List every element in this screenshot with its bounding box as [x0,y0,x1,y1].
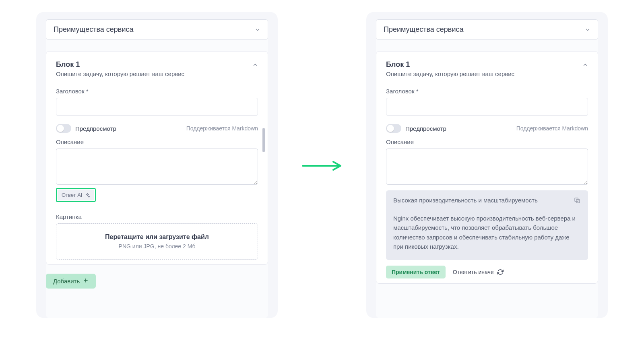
block-card: Блок 1 Опишите задачу, которую решает ва… [376,51,598,284]
block-subtitle: Опишите задачу, которую решает ваш серви… [386,70,514,77]
preview-toggle-label: Предпросмотр [405,125,446,132]
chevron-up-icon[interactable] [582,62,588,68]
section-dropdown-label: Преимущества сервиса [54,25,133,34]
heading-label: Заголовок * [386,88,588,95]
transition-arrow [302,161,342,171]
right-panel: Преимущества сервиса Блок 1 Опишите зада… [366,12,608,318]
block-subtitle: Опишите задачу, которую решает ваш серви… [56,70,184,77]
file-dropzone[interactable]: Перетащите или загрузите файл PNG или JP… [56,223,258,260]
dropzone-subtitle: PNG или JPG, не более 2 Мб [63,243,251,250]
chevron-down-icon [585,27,590,33]
ai-response-title: Высокая производительность и масштабируе… [393,197,538,204]
block-card: Блок 1 Опишите задачу, которую решает ва… [46,51,268,265]
ai-answer-button-label: Ответ AI [62,192,82,198]
description-textarea[interactable] [386,148,588,185]
left-panel: Преимущества сервиса Блок 1 Опишите зада… [36,12,278,318]
chevron-down-icon [255,27,260,33]
sparkle-icon [85,192,90,198]
ai-button-highlight: Ответ AI [56,188,96,202]
copy-icon[interactable] [574,197,581,204]
retry-answer-button[interactable]: Ответить иначе [453,269,504,275]
section-dropdown-label: Преимущества сервиса [384,25,463,34]
section-dropdown[interactable]: Преимущества сервиса [46,19,268,40]
ai-response-box: Высокая производительность и масштабируе… [386,190,588,260]
apply-answer-button[interactable]: Применить ответ [386,266,446,278]
add-button-label: Добавить [53,278,80,285]
image-label: Картинка [56,213,258,220]
chevron-up-icon[interactable] [252,62,258,68]
plus-icon [83,278,89,285]
markdown-hint: Поддерживается Markdown [186,125,258,132]
preview-toggle[interactable] [56,124,71,133]
retry-answer-label: Ответить иначе [453,269,494,275]
section-dropdown[interactable]: Преимущества сервиса [376,19,598,40]
description-label: Описание [56,138,258,145]
heading-input[interactable] [386,98,588,116]
dropzone-title: Перетащите или загрузите файл [63,233,251,241]
block-title: Блок 1 [56,60,184,69]
heading-input[interactable] [56,98,258,116]
ai-response-body: Nginx обеспечивает высокую производитель… [393,214,581,251]
markdown-hint: Поддерживается Markdown [516,125,588,132]
add-block-button[interactable]: Добавить [46,274,96,289]
preview-toggle-label: Предпросмотр [75,125,116,132]
description-label: Описание [386,138,588,145]
scrollbar-thumb[interactable] [262,128,265,152]
preview-toggle[interactable] [386,124,401,133]
description-textarea[interactable] [56,148,258,185]
heading-label: Заголовок * [56,88,258,95]
block-title: Блок 1 [386,60,514,69]
ai-answer-button[interactable]: Ответ AI [58,190,94,200]
refresh-icon [497,269,504,275]
apply-answer-label: Применить ответ [392,269,440,275]
